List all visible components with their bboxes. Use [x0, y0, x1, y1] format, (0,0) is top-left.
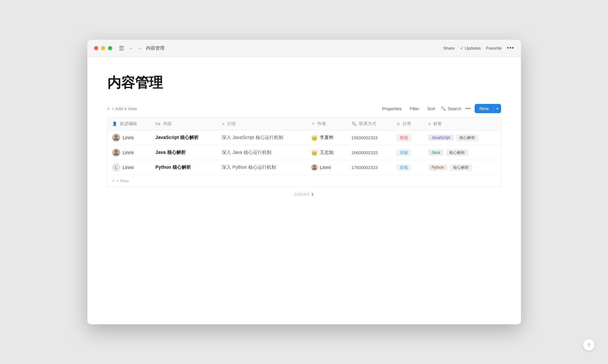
cell-intro-1: 深入 JavaScript 核心运行机制 — [217, 130, 306, 145]
tag-core-3: 核心解析 — [450, 164, 472, 171]
search-button[interactable]: 🔍 Search — [441, 106, 461, 111]
cell-content-3: Python 核心解析 — [151, 160, 217, 175]
help-icon: ? — [587, 342, 590, 348]
data-table: 👤 跟进编辑 Aa 内容 ≡ 介绍 ↗ 作者 — [107, 117, 501, 187]
add-new-row-label: + New — [117, 178, 129, 183]
cell-intro-2: 深入 Java 核心运行机制 — [217, 145, 306, 160]
minimize-button[interactable] — [101, 46, 105, 50]
sort-button[interactable]: Sort — [425, 105, 437, 113]
author-emoji-1: 👑 — [311, 135, 318, 141]
cell-author-2: 👑 王志知 — [306, 145, 347, 160]
window-title: 内容管理 — [146, 45, 164, 51]
more-button[interactable]: ••• — [507, 45, 514, 52]
titlebar-actions: Share ✓ Updates Favorite ••• — [443, 45, 514, 52]
cell-editor-2: Linmi — [108, 145, 151, 160]
add-view-button[interactable]: + + Add a View — [107, 106, 137, 111]
table-row[interactable]: Linmi JavaScript 核心解析 深入 JavaScript 核心运行… — [108, 130, 501, 145]
col-contact-label: 联系方式 — [359, 121, 376, 126]
help-button[interactable]: ? — [583, 339, 595, 351]
back-button[interactable]: ← — [129, 45, 134, 51]
new-button-label: New — [475, 104, 493, 113]
favorite-button[interactable]: Favorite — [486, 46, 502, 51]
cell-editor-3: L Linmi — [108, 160, 151, 175]
count-row: COUNT 3 — [107, 192, 501, 197]
plus-icon: + — [107, 106, 110, 111]
col-category: ⊙ 分类 — [392, 117, 424, 130]
avatar-2 — [112, 149, 120, 157]
share-button[interactable]: Share — [443, 46, 455, 51]
cell-tags-2: Java 核心解析 — [424, 145, 501, 160]
main-content: 内容管理 + + Add a View Properties Filter So… — [87, 57, 521, 324]
cell-content-2: Java 核心解析 — [151, 145, 217, 160]
user-cell-2: Linmi — [112, 149, 146, 157]
add-view-label: + Add a View — [112, 106, 137, 111]
author-emoji-2: 👑 — [311, 150, 318, 156]
author-cell-3: Linmi — [311, 164, 342, 171]
col-intro-label: 介绍 — [227, 121, 236, 126]
search-icon: 🔍 — [441, 106, 446, 111]
col-editor: 👤 跟进编辑 — [108, 117, 151, 130]
add-new-row-button[interactable]: + + New — [108, 175, 501, 187]
tag-core-2: 核心解析 — [446, 149, 468, 156]
close-button[interactable] — [94, 46, 98, 50]
svg-point-1 — [115, 150, 117, 153]
menu-icon[interactable]: ☰ — [119, 45, 124, 52]
table-header-row: 👤 跟进编辑 Aa 内容 ≡ 介绍 ↗ 作者 — [108, 117, 501, 130]
cell-category-3: 后端 — [392, 160, 424, 175]
user-cell-1: Linmi — [112, 134, 146, 142]
table-row[interactable]: Linmi Java 核心解析 深入 Java 核心运行机制 👑 王志知 166… — [108, 145, 501, 160]
editor-name-1: Linmi — [123, 135, 134, 140]
col-content-icon: Aa — [156, 121, 161, 126]
category-tag-2: 后端 — [397, 149, 411, 156]
author-avatar-3 — [311, 164, 318, 171]
toolbar: + + Add a View Properties Filter Sort 🔍 … — [107, 104, 501, 113]
editor-name-3: Linmi — [123, 165, 134, 170]
category-tag-3: 后端 — [397, 164, 411, 171]
new-button[interactable]: New ▾ — [475, 104, 501, 113]
cell-category-1: 前端 — [392, 130, 424, 145]
toolbar-more-button[interactable]: ••• — [465, 106, 471, 112]
user-cell-3: L Linmi — [112, 163, 146, 171]
updates-button[interactable]: ✓ Updates — [460, 46, 481, 51]
author-cell-2: 👑 王志知 — [311, 150, 342, 156]
app-window: ☰ ← → 内容管理 Share ✓ Updates Favorite ••• … — [87, 40, 521, 324]
plus-icon-row: + — [112, 178, 115, 183]
author-name-1: 李夏晔 — [320, 135, 334, 141]
cell-contact-2: 16600002333 — [347, 145, 392, 160]
col-tags: ≡ 标签 — [424, 117, 501, 130]
avatar-1 — [112, 134, 120, 142]
col-content-label: 内容 — [163, 121, 172, 126]
tag-core-1: 核心解析 — [456, 134, 479, 141]
maximize-button[interactable] — [108, 46, 112, 50]
tag-js-1: JavaScript — [428, 135, 453, 141]
titlebar: ☰ ← → 内容管理 Share ✓ Updates Favorite ••• — [87, 40, 521, 57]
svg-point-2 — [313, 165, 316, 167]
cell-editor-1: Linmi — [108, 130, 151, 145]
col-editor-label: 跟进编辑 — [120, 121, 137, 126]
filter-button[interactable]: Filter — [408, 105, 421, 113]
category-tag-1: 前端 — [397, 134, 411, 141]
table-row[interactable]: L Linmi Python 核心解析 深入 Python 核心运行机制 — [108, 160, 501, 175]
cell-contact-3: 17600002333 — [347, 160, 392, 175]
cell-author-1: 👑 李夏晔 — [306, 130, 347, 145]
search-label: Search — [447, 106, 461, 111]
tag-java-1: Java — [428, 150, 443, 156]
col-contact-icon: 🔍 — [351, 121, 356, 126]
author-name-3: Linmi — [320, 165, 331, 170]
editor-name-2: Linmi — [123, 150, 134, 155]
col-contact: 🔍 联系方式 — [347, 117, 392, 130]
properties-button[interactable]: Properties — [380, 105, 403, 113]
col-editor-icon: 👤 — [112, 121, 117, 126]
avatar-3: L — [112, 163, 120, 171]
col-content: Aa 内容 — [151, 117, 217, 130]
tag-python-1: Python — [428, 164, 447, 170]
traffic-lights — [94, 46, 112, 50]
author-cell-1: 👑 李夏晔 — [311, 135, 342, 141]
cell-category-2: 后端 — [392, 145, 424, 160]
svg-point-0 — [115, 135, 117, 138]
col-tags-icon: ≡ — [428, 121, 431, 126]
new-button-chevron[interactable]: ▾ — [493, 105, 501, 113]
forward-button[interactable]: → — [137, 45, 143, 51]
cell-tags-3: Python 核心解析 — [424, 160, 501, 175]
col-intro-icon: ≡ — [222, 121, 224, 126]
